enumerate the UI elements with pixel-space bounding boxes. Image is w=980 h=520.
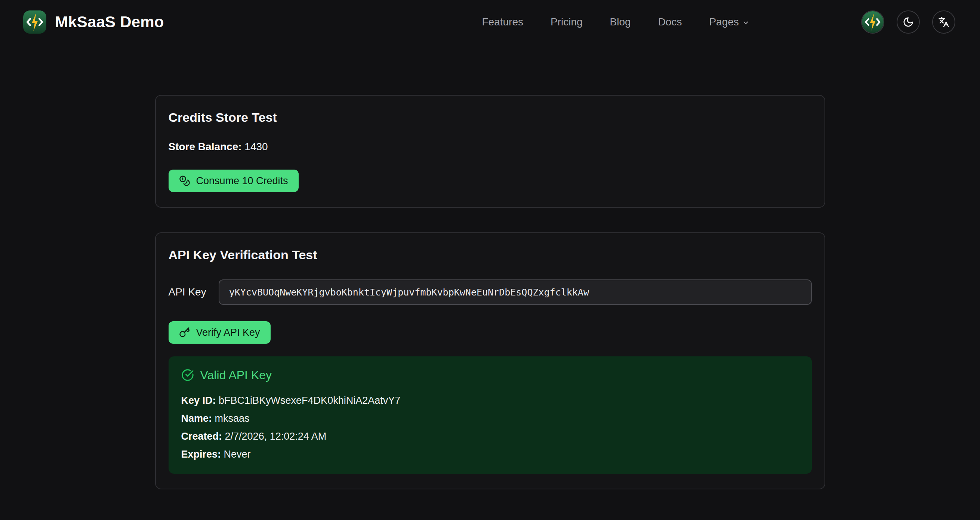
header-actions xyxy=(861,11,955,33)
store-balance: Store Balance: 1430 xyxy=(169,141,812,153)
consume-credits-button[interactable]: Consume 10 Credits xyxy=(169,170,299,192)
page-title: MkSaaS Demo xyxy=(55,13,164,31)
logo-badge-button[interactable] xyxy=(861,11,884,33)
main-content: Credits Store Test Store Balance: 1430 C… xyxy=(155,95,825,489)
circle-check-icon xyxy=(181,369,194,381)
result-row-key-id: Key ID: bFBC1iBKyWsexeF4DK0khiNiA2AatvY7 xyxy=(181,392,799,409)
result-header: Valid API Key xyxy=(181,368,799,382)
api-card-title: API Key Verification Test xyxy=(169,247,812,262)
result-details: Key ID: bFBC1iBKyWsexeF4DK0khiNiA2AatvY7… xyxy=(181,392,799,463)
consume-credits-label: Consume 10 Credits xyxy=(196,175,288,187)
verification-result-panel: Valid API Key Key ID: bFBC1iBKyWsexeF4DK… xyxy=(169,357,812,474)
coins-icon xyxy=(179,175,190,186)
nav-blog[interactable]: Blog xyxy=(610,16,631,28)
brand[interactable]: MkSaaS Demo xyxy=(23,11,164,33)
languages-icon xyxy=(938,16,949,28)
nav-features[interactable]: Features xyxy=(482,16,523,28)
header: MkSaaS Demo Features Pricing Blog Docs P… xyxy=(0,0,980,44)
main-nav: Features Pricing Blog Docs Pages xyxy=(482,0,750,44)
api-key-input[interactable] xyxy=(219,279,812,305)
api-key-field-row: API Key xyxy=(169,279,812,305)
chevron-down-icon xyxy=(742,19,750,27)
nav-pricing[interactable]: Pricing xyxy=(550,16,583,28)
result-row-expires: Expires: Never xyxy=(181,445,799,463)
nav-pages[interactable]: Pages xyxy=(709,16,749,28)
result-row-created: Created: 2/7/2026, 12:02:24 AM xyxy=(181,427,799,445)
code-lightning-logo-icon xyxy=(862,11,884,33)
nav-docs[interactable]: Docs xyxy=(658,16,682,28)
result-title: Valid API Key xyxy=(200,368,272,382)
api-key-label: API Key xyxy=(169,286,206,298)
api-key-card: API Key Verification Test API Key Verify… xyxy=(155,232,825,489)
credits-store-card: Credits Store Test Store Balance: 1430 C… xyxy=(155,95,825,208)
theme-toggle-button[interactable] xyxy=(897,11,920,33)
store-balance-value: 1430 xyxy=(245,141,267,152)
moon-icon xyxy=(903,16,914,28)
result-row-name: Name: mksaas xyxy=(181,409,799,427)
store-balance-label: Store Balance: xyxy=(169,141,242,152)
credits-card-title: Credits Store Test xyxy=(169,110,812,125)
verify-api-key-label: Verify API Key xyxy=(196,327,260,338)
language-button[interactable] xyxy=(932,11,955,33)
verify-api-key-button[interactable]: Verify API Key xyxy=(169,321,270,344)
key-icon xyxy=(179,327,190,338)
code-lightning-logo-icon xyxy=(23,11,46,33)
